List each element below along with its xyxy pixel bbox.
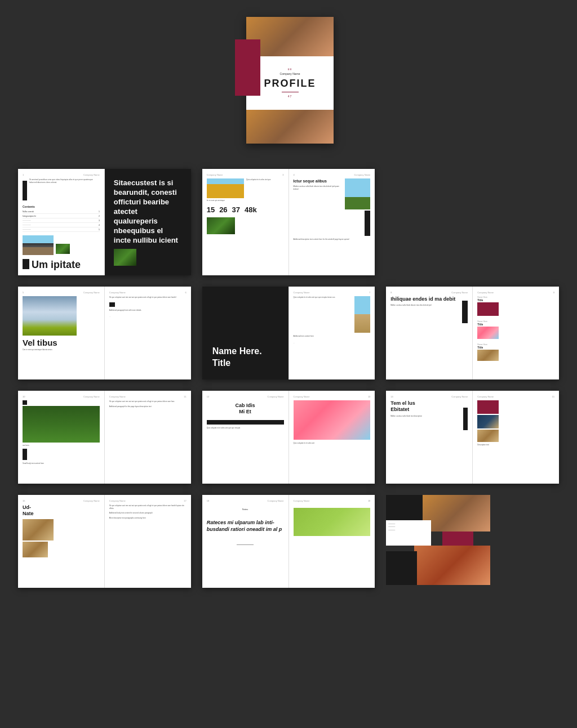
collage-canyon — [423, 495, 490, 532]
cover-accent-block — [235, 39, 260, 96]
page-header-sushi-l: 14 Company Name — [390, 395, 468, 398]
cactus-body-2: Additional text content here — [294, 335, 371, 338]
spread-row1-2: Company Name 3 Im re num qui omnisque Qu… — [202, 169, 375, 275]
windmill-heading: Ictur seque alibus — [294, 178, 343, 184]
team-member-1-image — [477, 302, 499, 316]
team-heading: Ihiliquae endes id ma debit — [390, 296, 468, 303]
page-cherry-right: Company Name 13 Quis voluptat et et vole… — [289, 391, 375, 484]
cover-title: PROFILE — [264, 78, 316, 90]
windmill-image — [345, 178, 370, 209]
page-sushi-left: 14 Company Name Tem el lusEbitatet Malle… — [386, 391, 472, 484]
notes-label: Notes — [207, 508, 284, 511]
contents-item-5: ···············5 — [23, 229, 100, 232]
team-member-2-image — [477, 327, 499, 339]
right-accent-bar — [109, 302, 115, 307]
team-accent-bar — [462, 301, 468, 323]
page-header-waterfall-r: Company Name 6 — [109, 291, 187, 294]
spread-row3-2: 12 Company Name Cab IdisMi Et Quis volup… — [202, 391, 375, 484]
page-food-right: Company Name 17 Sit que voluptae sunt re… — [105, 495, 191, 588]
page-header-1: 1 Company Name — [23, 173, 100, 176]
page-contents: 1 Company Name Si aenimol practibus uma … — [18, 169, 104, 275]
spread-row3-3: 14 Company Name Tem el lusEbitatet Malle… — [386, 391, 559, 484]
cover-company: Company Name — [279, 72, 300, 75]
collage-item: ———————————— — [386, 495, 559, 588]
food-right-body: Sit que voluptae sunt rem aut aut que qu… — [109, 504, 187, 510]
cover-label: ## — [288, 68, 292, 71]
page-team-left: 8 Company Name Ihiliquae endes id ma deb… — [386, 287, 472, 379]
buddha-right-body-2: Additional paragraph for this page layou… — [109, 405, 187, 408]
vel-tibus-text: Vel tibus — [23, 338, 100, 347]
cover-divider — [282, 92, 299, 92]
team-member-2-title: Title — [477, 323, 554, 326]
buddha-footer-text: Small body text content here — [23, 462, 100, 465]
waterfall-image — [23, 296, 77, 336]
spread-row4-1: 16 Company Name Ud-Nate Company Name 17 … — [18, 495, 191, 588]
cherry-right-body: Quis voluptat et et voles sint — [294, 442, 371, 445]
buddha-accent-small — [23, 400, 27, 405]
buddha-bar — [23, 449, 27, 460]
ud-nate-text: Ud-Nate — [23, 504, 100, 517]
spread-row1-1: 1 Company Name Si aenimol practibus uma … — [18, 169, 191, 275]
page-header-stats: Company Name 3 — [207, 173, 284, 176]
page-dark-quote: Sitaecustest is si bearundit, conesti of… — [105, 169, 191, 275]
cab-idis-text: Cab IdisMi Et — [207, 403, 284, 416]
team-member-1-title: Title — [477, 298, 554, 302]
sushi-image-3 — [477, 430, 499, 442]
cherry-image — [294, 400, 371, 440]
sushi-left-body: Mallen occitius nulla illude text descri… — [390, 415, 468, 418]
waterfall-right-body: Sit que voluptae sunt rem aut aut que qu… — [109, 296, 187, 299]
stat-2: 26 — [219, 206, 227, 214]
buddha-right-body: Sit que voluptae sunt rem aut aut que qu… — [109, 400, 187, 403]
cactus-image — [354, 296, 370, 333]
contents-item-2: Integrumipisi bi2 — [23, 215, 100, 218]
sushi-right-body: Description text — [477, 444, 554, 446]
page-waterfall: 5 Company Name Vel tibus Cim re nem qui … — [18, 287, 104, 379]
team-member-2: Name Here Title — [477, 320, 554, 339]
small-image-1 — [56, 244, 70, 254]
team-member-3-title: Title — [477, 346, 554, 349]
waterfall-footer: ··· — [109, 316, 187, 318]
page-windmill: 4 Company Name Ictur seque alibus Maitte… — [289, 169, 375, 275]
buddha-accent-text: rae lores — [23, 444, 100, 446]
cactus-footer: ··· — [294, 342, 371, 345]
page-dark-name: Name Here.Title — [202, 287, 288, 379]
food-right-body-2: Additional body text content for second … — [109, 512, 187, 515]
sushi-accent-bar — [463, 408, 468, 430]
page-header-team-l: 8 Company Name — [390, 291, 468, 294]
page-stats: Company Name 3 Im re num qui omnisque Qu… — [202, 169, 288, 275]
page-header-windmill: 4 Company Name — [294, 173, 371, 176]
contents-item-1: Nulla coerciti1 — [23, 211, 100, 214]
page-header-team-r: Company Name 9 — [477, 291, 554, 294]
spread-row2-1: 5 Company Name Vel tibus Cim re nem qui … — [18, 287, 191, 379]
team-member-3-image — [477, 350, 499, 361]
spread-row2-2: Name Here.Title Company Name 7 Quis volu… — [202, 287, 375, 379]
stat-4: 48k — [245, 206, 257, 214]
buddha-image — [23, 406, 100, 443]
waterfall-right-body-2: Additional paragraph text with more deta… — [109, 309, 187, 312]
sushi-image-2 — [477, 415, 499, 428]
page-header-notes-l: 18 Company Name — [207, 499, 284, 502]
food-right-body-3: More descriptive text paragraphs continu… — [109, 517, 187, 520]
windmill-body: Maitten occitius nulla illude idiscim te… — [294, 185, 343, 190]
collage-black-tl — [386, 495, 423, 520]
contents-heading: Contents — [23, 205, 100, 208]
page-header-cherry-l: 12 Company Name — [207, 395, 284, 398]
sushi-image-1 — [477, 400, 499, 414]
stat-1: 15 — [207, 206, 215, 214]
page-team-right: Company Name 9 Name Here Title Name Here… — [473, 287, 559, 379]
cherry-accent-bar — [207, 420, 284, 425]
page-header-cherry-r: Company Name 13 — [294, 395, 371, 398]
cover-bottom-image — [246, 110, 334, 144]
page-notes-left: 18 Company Name Notes Rateces mi ulparum… — [202, 495, 288, 588]
spread-row2-3: 8 Company Name Ihiliquae endes id ma deb… — [386, 287, 559, 379]
cover-page-container: ## Company Name PROFILE 47 — [241, 17, 336, 152]
dark-quote-text: Sitaecustest is si bearundit, conesti of… — [114, 178, 182, 245]
collage-text: ———————————— — [386, 520, 431, 534]
team-member-1: Name Here Title — [477, 296, 554, 316]
food-image-2 — [23, 542, 48, 557]
road-image — [23, 235, 54, 255]
quote-text: Rateces mi ulparum lab inti-busdandi rat… — [207, 519, 284, 533]
name-here-text: Name Here.Title — [212, 346, 278, 369]
accent-small-bar — [23, 259, 29, 269]
windmill-accent-bar — [365, 211, 370, 236]
